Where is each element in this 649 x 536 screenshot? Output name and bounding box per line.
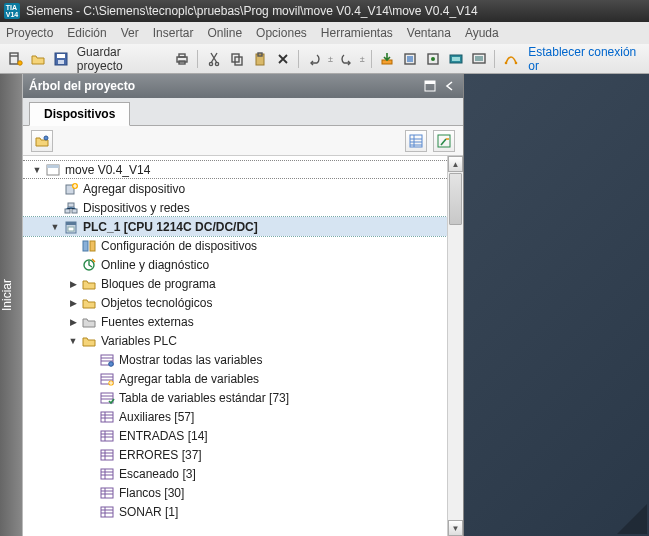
tree-node[interactable]: Flancos [30]: [23, 483, 447, 502]
collapse-icon[interactable]: ▼: [67, 335, 79, 347]
menu-options[interactable]: Opciones: [256, 26, 307, 40]
adddev-icon: [63, 181, 79, 197]
redo-dropdown[interactable]: ±: [360, 54, 365, 64]
scroll-down-button[interactable]: ▼: [448, 520, 463, 536]
tree-node[interactable]: Agregar dispositivo: [23, 179, 447, 198]
undo-dropdown[interactable]: ±: [328, 54, 333, 64]
toolbar-separator: [197, 50, 198, 68]
tree-node-label: Fuentes externas: [101, 315, 194, 329]
tree-node-label: PLC_1 [CPU 1214C DC/DC/DC]: [83, 220, 258, 234]
new-project-button[interactable]: [6, 49, 25, 69]
tagtbl-icon: [99, 409, 115, 425]
collapse-icon[interactable]: ▼: [49, 221, 61, 233]
open-project-button[interactable]: [29, 49, 48, 69]
tree-node[interactable]: Agregar tabla de variables: [23, 369, 447, 388]
menu-edit[interactable]: Edición: [67, 26, 106, 40]
tree-node[interactable]: ▼move V0.4_V14: [23, 160, 447, 179]
menu-bar: Proyecto Edición Ver Insertar Online Opc…: [0, 22, 649, 44]
svg-rect-6: [179, 54, 185, 57]
redo-button[interactable]: [337, 49, 356, 69]
overview-button[interactable]: [433, 130, 455, 152]
collapse-icon[interactable]: ▼: [31, 164, 43, 176]
svg-rect-48: [101, 412, 113, 422]
panel-tabs: Dispositivos: [23, 98, 463, 126]
svg-point-44: [109, 361, 114, 366]
tree-node[interactable]: Mostrar todas las variables: [23, 350, 447, 369]
project-tree[interactable]: ▼move V0.4_V14Agregar dispositivoDisposi…: [23, 156, 447, 536]
print-button[interactable]: [173, 49, 192, 69]
svg-rect-36: [68, 203, 74, 207]
tagtbl-icon: [99, 447, 115, 463]
workspace-area: [464, 74, 649, 536]
tree-node-label: Bloques de programa: [101, 277, 216, 291]
go-online-label[interactable]: Establecer conexión or: [528, 45, 643, 73]
svg-rect-0: [10, 53, 18, 64]
tree-node-label: Auxiliares [57]: [119, 410, 194, 424]
tree-node[interactable]: ▶Fuentes externas: [23, 312, 447, 331]
svg-point-18: [431, 57, 435, 61]
paste-button[interactable]: [250, 49, 269, 69]
menu-project[interactable]: Proyecto: [6, 26, 53, 40]
svg-rect-20: [452, 57, 460, 61]
diag-icon: [81, 257, 97, 273]
svg-rect-31: [47, 165, 59, 168]
scroll-up-button[interactable]: ▲: [448, 156, 463, 172]
tab-devices[interactable]: Dispositivos: [29, 102, 130, 126]
tia-logo-icon: TIAV14: [4, 3, 20, 19]
svg-point-24: [514, 61, 517, 64]
body: Iniciar Árbol del proyecto Dispositivos: [0, 74, 649, 536]
tree-node[interactable]: ERRORES [37]: [23, 445, 447, 464]
scroll-thumb[interactable]: [449, 173, 462, 225]
download-button[interactable]: [378, 49, 397, 69]
panel-toolbar: [23, 126, 463, 156]
menu-view[interactable]: Ver: [121, 26, 139, 40]
go-online-button[interactable]: [501, 49, 520, 69]
collapse-icon[interactable]: [443, 79, 457, 93]
tree-node-label: Dispositivos y redes: [83, 201, 190, 215]
tree-node[interactable]: Dispositivos y redes: [23, 198, 447, 217]
tree-node[interactable]: Tabla de variables estándar [73]: [23, 388, 447, 407]
details-view-button[interactable]: [405, 130, 427, 152]
save-button[interactable]: [52, 49, 71, 69]
simulate-button[interactable]: [447, 49, 466, 69]
netdev-icon: [63, 200, 79, 216]
svg-rect-4: [58, 60, 64, 64]
tree-node[interactable]: Online y diagnóstico: [23, 255, 447, 274]
tree-node[interactable]: SONAR [1]: [23, 502, 447, 521]
tree-node[interactable]: ▶Bloques de programa: [23, 274, 447, 293]
svg-rect-34: [65, 209, 70, 213]
menu-help[interactable]: Ayuda: [465, 26, 499, 40]
tree-node[interactable]: ▼Variables PLC: [23, 331, 447, 350]
start-side-tab[interactable]: Iniciar: [0, 74, 22, 536]
tree-node-label: SONAR [1]: [119, 505, 178, 519]
tree-node[interactable]: ▶Objetos tecnológicos: [23, 293, 447, 312]
menu-insert[interactable]: Insertar: [153, 26, 194, 40]
folder-icon: [81, 295, 97, 311]
tree-node[interactable]: Configuración de dispositivos: [23, 236, 447, 255]
expand-icon[interactable]: ▶: [67, 316, 79, 328]
vertical-scrollbar[interactable]: ▲ ▼: [447, 156, 463, 536]
expand-icon[interactable]: ▶: [67, 278, 79, 290]
menu-online[interactable]: Online: [207, 26, 242, 40]
delete-button[interactable]: [273, 49, 292, 69]
tree-node[interactable]: ENTRADAS [14]: [23, 426, 447, 445]
cut-button[interactable]: [204, 49, 223, 69]
network-view-button[interactable]: [31, 130, 53, 152]
tree-node[interactable]: Auxiliares [57]: [23, 407, 447, 426]
scroll-track[interactable]: [448, 172, 463, 520]
tagtbl-icon: [99, 504, 115, 520]
hmi-button[interactable]: [469, 49, 488, 69]
panel-view-icon[interactable]: [423, 79, 437, 93]
menu-window[interactable]: Ventana: [407, 26, 451, 40]
compile-button[interactable]: [401, 49, 420, 69]
tree-node[interactable]: Escaneado [3]: [23, 464, 447, 483]
undo-button[interactable]: [305, 49, 324, 69]
svg-rect-49: [101, 431, 113, 441]
expand-icon[interactable]: ▶: [67, 297, 79, 309]
copy-button[interactable]: [227, 49, 246, 69]
tree-node[interactable]: ▼PLC_1 [CPU 1214C DC/DC/DC]: [23, 217, 447, 236]
upload-button[interactable]: [424, 49, 443, 69]
title-bar: TIAV14 Siemens - C:\Siemens\tecnoplc\pru…: [0, 0, 649, 22]
toolbar-separator: [494, 50, 495, 68]
menu-tools[interactable]: Herramientas: [321, 26, 393, 40]
